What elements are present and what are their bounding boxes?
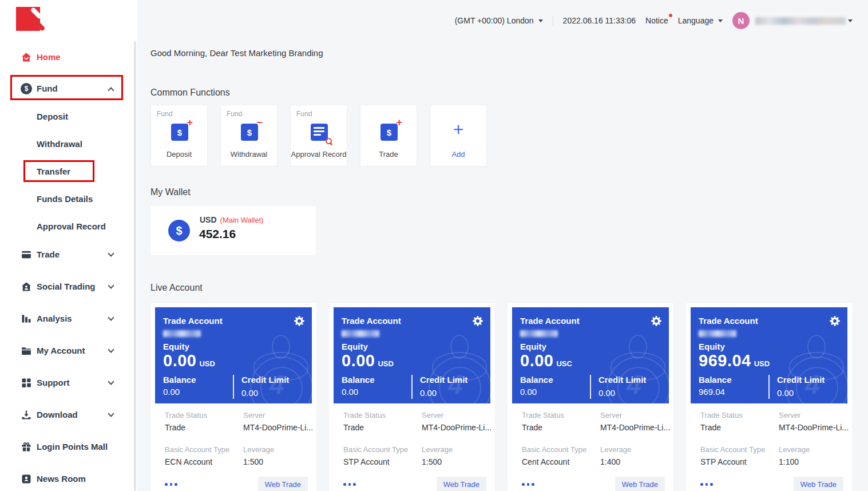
gear-icon[interactable] [294,315,305,327]
sidebar-item-news-room[interactable]: News Room [0,468,137,490]
equity-label: Equity [163,342,189,351]
account-summary-panel: 4 Trade Account Equity 969.04USD Balance… [691,307,847,403]
web-trade-button[interactable]: Web Trade [794,477,843,491]
account-title: Trade Account [699,316,758,326]
function-card-deposit[interactable]: Fund $+ Deposit [150,105,208,167]
credit-limit-label: Credit Limit [241,375,289,385]
sidebar-item-support[interactable]: Support [0,371,137,394]
function-label: Deposit [151,150,207,159]
sidebar-item-login-points-mall[interactable]: Login Points Mall [0,435,137,458]
account-type-label: Basic Account Type [522,445,586,454]
sidebar-item-download[interactable]: Download [0,403,137,426]
account-type-value: STP Account [700,457,747,466]
datetime-label: 2022.06.16 11:33:06 [563,16,636,25]
equity-currency: USD [199,359,215,368]
more-actions-button[interactable] [522,483,534,486]
sidebar-item-label: News Room [37,473,86,485]
topbar: (GMT +00:00) London 2022.06.16 11:33:06 … [137,0,868,41]
gear-icon[interactable] [829,315,841,327]
brand-logo[interactable] [16,6,48,35]
server-value: MT4-DooPrime-Li... [422,423,492,432]
wallet-card[interactable]: $ USD(Main Wallet) 452.16 [150,206,316,255]
equity-value: 0.00USD [342,351,394,370]
credit-limit-value: 0.00 [420,388,437,398]
account-type-label: Basic Account Type [343,445,408,454]
trade-status-value: Trade [165,423,185,432]
sidebar-item-transfer[interactable]: Transfer [0,160,137,183]
greeting-text: Good Morning, Dear Test Marketing Brandi… [150,48,323,58]
web-trade-button[interactable]: Web Trade [437,477,486,491]
chevron-down-icon [108,346,114,353]
trade-status-value: Trade [522,423,542,432]
sidebar-item-approval-record[interactable]: Approval Record [0,215,137,238]
function-card-withdrawal[interactable]: Fund $− Withdrawal [220,105,278,167]
language-label: Language [678,16,714,25]
function-category: Fund [296,110,312,118]
withdrawal-dollar-minus-icon: $− [241,124,258,141]
account-title: Trade Account [520,316,580,326]
function-card-approval-record[interactable]: Fund Approval Record [290,105,347,167]
server-label: Server [779,411,800,419]
account-number-blurred [342,330,379,337]
account-type-value: STP Account [343,457,390,466]
equity-currency: USC [556,359,572,368]
trade-status-value: Trade [700,423,721,432]
function-label: Approval Record [291,150,347,159]
notice-link[interactable]: Notice [645,16,668,25]
account-type-value: ECN Account [165,457,212,466]
sidebar-item-analysis[interactable]: Analysis [0,307,137,330]
sidebar-item-withdrawal[interactable]: Withdrawal [0,133,137,156]
credit-limit-value: 0.00 [241,388,258,398]
section-title-my-wallet: My Wallet [150,187,191,197]
credit-limit-label: Credit Limit [599,375,646,385]
credit-limit-value: 0.00 [599,388,615,398]
account-type-label: Basic Account Type [700,445,765,454]
more-actions-button[interactable] [343,483,356,486]
caret-down-icon [538,19,543,22]
server-value: MT4-DooPrime-Li... [779,423,849,432]
sidebar-item-home[interactable]: Home [0,46,137,69]
function-card-trade[interactable]: $+ Trade [360,105,417,167]
language-selector[interactable]: Language [678,16,723,25]
web-trade-button[interactable]: Web Trade [258,477,308,491]
wallet-dollar-icon: $ [168,220,190,241]
balance-label: Balance [163,375,196,385]
function-card-add[interactable]: + Add [430,105,487,167]
function-label: Add [430,150,486,159]
leverage-value: 1:500 [243,457,263,466]
approval-record-document-search-icon [311,124,328,141]
avatar: N [732,12,750,29]
gear-icon[interactable] [651,315,662,327]
sidebar-item-fund[interactable]: $ Fund [0,77,137,100]
leverage-value: 1:100 [779,457,799,466]
user-menu[interactable]: N [732,12,853,29]
sidebar-item-trade[interactable]: Trade [0,243,137,266]
chevron-down-icon [108,250,114,256]
more-actions-button[interactable] [700,483,713,486]
add-plus-icon: + [430,120,486,138]
web-trade-button[interactable]: Web Trade [615,477,665,491]
account-summary-panel: 4 Trade Account Equity 0.00USD Balance 0… [334,307,490,403]
sidebar-item-funds-details[interactable]: Funds Details [0,188,137,211]
leverage-label: Leverage [600,445,631,454]
timezone-selector[interactable]: (GMT +00:00) London [455,16,543,25]
server-label: Server [422,411,443,419]
sidebar-scrollbar[interactable] [134,41,136,491]
sidebar-subitem-label: Approval Record [37,221,106,232]
balance-label: Balance [342,375,375,385]
gear-icon[interactable] [472,315,483,327]
sidebar-subitem-label: Withdrawal [37,138,82,150]
sidebar-item-social-trading[interactable]: Social Trading [0,275,137,298]
sidebar-item-deposit[interactable]: Deposit [0,105,137,128]
sidebar-item-my-account[interactable]: My Account [0,339,137,362]
live-account-card: 4 Trade Account Equity 0.00USD Balance 0… [329,303,495,491]
function-category: Fund [227,110,242,118]
balance-value: 0.00 [342,387,358,397]
more-actions-button[interactable] [165,483,177,486]
equity-amount: 0.00 [163,351,196,370]
panel-divider [768,375,770,399]
server-label: Server [600,411,622,419]
trade-status-label: Trade Status [343,411,386,419]
balance-label: Balance [520,375,553,385]
equity-value: 969.04USD [699,351,770,370]
